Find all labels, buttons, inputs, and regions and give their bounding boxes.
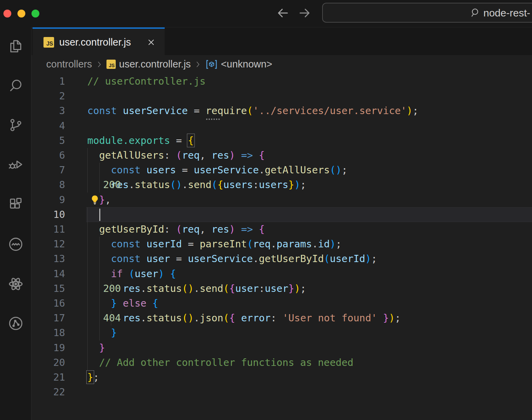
- code-line[interactable]: 9 },: [31, 193, 532, 207]
- code-line[interactable]: 10: [31, 207, 532, 222]
- code-line[interactable]: 11 getUserById: (req, res) => {: [31, 222, 532, 237]
- arrow-right-icon: [298, 6, 312, 20]
- code-line[interactable]: 12 const userId = parseInt(req.params.id…: [31, 237, 532, 251]
- activity-bar-item-source-control[interactable]: [0, 115, 31, 135]
- tab-user-controller-js[interactable]: JS user.controller.js: [33, 27, 165, 55]
- code-token: =: [170, 135, 188, 146]
- code-token: .: [270, 238, 276, 250]
- quick-fix-lightbulb[interactable]: [90, 195, 100, 205]
- code-token: (: [247, 238, 253, 250]
- code-line[interactable]: 16 } else {: [31, 296, 532, 311]
- code-line[interactable]: 18 }: [31, 325, 532, 340]
- line-number[interactable]: 10: [31, 207, 65, 222]
- code-line[interactable]: 14 if (user) {: [31, 267, 532, 281]
- code-token: .: [129, 179, 135, 190]
- line-number[interactable]: 12: [31, 237, 65, 251]
- line-number[interactable]: 21: [31, 370, 65, 385]
- line-number[interactable]: 22: [31, 385, 65, 399]
- explorer-icon: [8, 38, 24, 54]
- breadcrumb-symbol[interactable]: <unknown>: [221, 59, 272, 70]
- code-token: .: [140, 312, 146, 324]
- code-token: :: [259, 283, 265, 294]
- breadcrumb-folder[interactable]: controllers: [46, 59, 92, 70]
- code-token: res: [212, 223, 229, 235]
- code-token: else: [123, 297, 147, 309]
- code-line[interactable]: 19 }: [31, 341, 532, 355]
- line-number[interactable]: 7: [31, 163, 65, 177]
- code-text: res.status(200).send({users:users});: [87, 177, 306, 192]
- code-line[interactable]: 21};: [31, 370, 532, 385]
- line-number[interactable]: 19: [31, 341, 65, 355]
- navigate-back-button[interactable]: [276, 6, 290, 20]
- code-line[interactable]: 8 res.status(200).send({users:users});: [31, 177, 532, 192]
- activity-bar-item-share-graph-extension[interactable]: [0, 314, 31, 333]
- code-token: ,: [200, 223, 212, 235]
- activity-bar-item-extensions[interactable]: [0, 195, 31, 214]
- activity-bar-item-run-and-debug[interactable]: [0, 155, 31, 174]
- line-number[interactable]: 3: [31, 103, 65, 118]
- close-tab-icon[interactable]: [147, 38, 156, 47]
- code-line[interactable]: 20 // Add other controller functions as …: [31, 355, 532, 370]
- code-line[interactable]: 5module.exports = {: [31, 133, 532, 148]
- code-token: (: [182, 283, 188, 294]
- code-token: ;: [336, 238, 342, 250]
- code-line[interactable]: 3const userService = require('../service…: [31, 103, 532, 118]
- line-number[interactable]: 15: [31, 281, 65, 296]
- line-number[interactable]: 2: [31, 89, 65, 103]
- line-number[interactable]: 16: [31, 296, 65, 311]
- breadcrumb: controllers JS user.controller.js <unkno…: [31, 55, 532, 73]
- code-token: ,: [105, 194, 111, 206]
- code-text: getAllUsers: (req, res) => {: [87, 148, 265, 163]
- code-token: userId: [330, 253, 365, 264]
- zoom-window-button[interactable]: [31, 10, 39, 17]
- code-token: req: [253, 238, 271, 250]
- line-number[interactable]: 11: [31, 222, 65, 237]
- line-number[interactable]: 4: [31, 119, 65, 133]
- code-token: (: [247, 105, 253, 116]
- code-token: getAllUsers: [265, 164, 330, 176]
- line-number[interactable]: 8: [31, 177, 65, 192]
- code-token: [117, 297, 123, 309]
- code-line[interactable]: 4: [31, 119, 532, 133]
- code-token: json: [200, 312, 223, 324]
- code-token: send: [200, 283, 223, 294]
- line-number[interactable]: 13: [31, 251, 65, 266]
- code-text: res.status(404).json({ error: 'User not …: [87, 311, 401, 325]
- line-number[interactable]: 6: [31, 148, 65, 163]
- code-text: const userService = require('../services…: [87, 103, 418, 118]
- code-line[interactable]: 17 res.status(404).json({ error: 'User n…: [31, 311, 532, 325]
- line-number[interactable]: 5: [31, 133, 65, 148]
- activity-bar-item-explorer[interactable]: [0, 37, 31, 56]
- navigate-forward-button[interactable]: [298, 6, 312, 20]
- line-number[interactable]: 9: [31, 193, 65, 207]
- code-editor[interactable]: 1// userController.js23const userService…: [31, 73, 532, 420]
- line-number[interactable]: 1: [31, 74, 65, 89]
- code-token: ): [229, 223, 235, 235]
- code-token: ;: [371, 253, 377, 264]
- line-number[interactable]: 14: [31, 267, 65, 281]
- minimize-window-button[interactable]: [17, 10, 25, 17]
- code-token: // userController.js: [87, 75, 205, 87]
- code-token: ): [294, 283, 300, 294]
- close-window-button[interactable]: [3, 10, 11, 17]
- code-token: =: [188, 105, 206, 116]
- code-text: // Add other controller functions as nee…: [87, 355, 353, 370]
- line-number[interactable]: 17: [31, 311, 65, 325]
- activity-bar-item-react-devtools[interactable]: [0, 274, 31, 294]
- code-line[interactable]: 2: [31, 89, 532, 103]
- code-line[interactable]: 22: [31, 385, 532, 399]
- code-token: (: [182, 312, 188, 324]
- breadcrumb-file[interactable]: user.controller.js: [119, 59, 191, 70]
- line-number[interactable]: 20: [31, 355, 65, 370]
- code-line[interactable]: 15 res.status(200).send({user:user});: [31, 281, 532, 296]
- activity-bar-item-wave-extension[interactable]: [0, 235, 31, 254]
- line-number[interactable]: 18: [31, 325, 65, 340]
- code-line[interactable]: 13 const user = userService.getUserById(…: [31, 251, 532, 266]
- code-line[interactable]: 6 getAllUsers: (req, res) => {: [31, 148, 532, 163]
- code-line[interactable]: 7 const users = userService.getAllUsers(…: [31, 163, 532, 177]
- code-token: (: [223, 312, 229, 324]
- code-token: {: [229, 283, 235, 294]
- activity-bar-item-search[interactable]: [0, 76, 31, 95]
- code-token: userService: [188, 253, 253, 264]
- code-line[interactable]: 1// userController.js: [31, 74, 532, 89]
